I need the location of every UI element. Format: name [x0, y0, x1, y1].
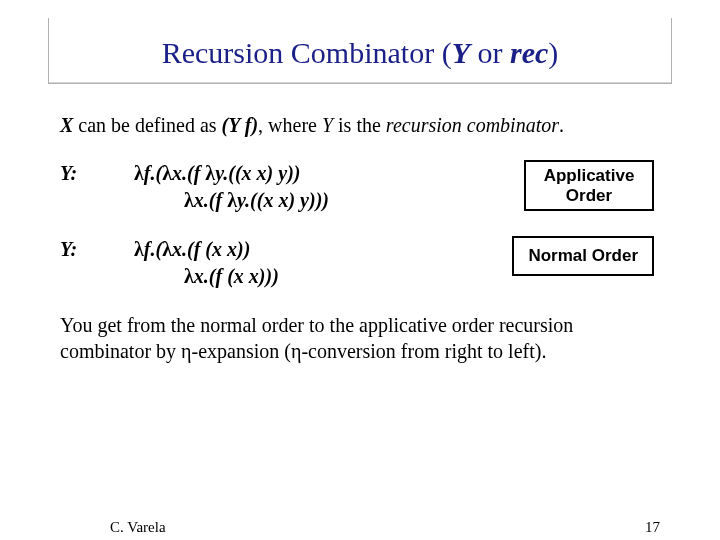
outro-text: You get from the normal order to the app…: [60, 312, 660, 364]
definition-normal: Y: λf.(λx.(f (x x)) λx.(f (x x))) Normal…: [60, 236, 660, 290]
title-post: ): [548, 36, 558, 69]
title-y: Y: [452, 36, 470, 69]
y-label-1: Y:: [60, 160, 134, 186]
box-applicative-l2: Order: [566, 186, 612, 205]
intro-line: X can be defined as (Y f), where Y is th…: [60, 112, 660, 138]
eta-icon: η: [181, 340, 191, 362]
formula-applicative-line2: λx.(f λy.((x x) y))): [134, 187, 512, 214]
lambda-icon: λ: [162, 162, 172, 184]
intro-t2: , where: [258, 114, 322, 136]
title-box: Recursion Combinator (Y or rec): [48, 18, 672, 84]
lambda-icon: λ: [134, 162, 144, 184]
f1b: x.(f: [172, 162, 205, 184]
lambda-icon: λ: [184, 189, 194, 211]
eta-icon: η: [291, 340, 301, 362]
slide: Recursion Combinator (Y or rec) X can be…: [0, 18, 720, 540]
f1a: f.(: [144, 162, 162, 184]
intro-yvar: Y: [322, 114, 333, 136]
definition-applicative: Y: λf.(λx.(f λy.((x x) y)) λx.(f λy.((x …: [60, 160, 660, 214]
outro-t2: -expansion (: [192, 340, 291, 362]
footer-page-number: 17: [645, 519, 660, 536]
y-label-2: Y:: [60, 236, 134, 262]
f2a: f.(: [144, 238, 162, 260]
lambda-icon: λ: [134, 238, 144, 260]
f1e: y.((x x) y))): [237, 189, 329, 211]
f1c: y.((x x) y)): [215, 162, 300, 184]
lambda-icon: λ: [162, 238, 172, 260]
box-normal-label: Normal Order: [528, 246, 638, 265]
lambda-icon: λ: [205, 162, 215, 184]
box-normal-order: Normal Order: [512, 236, 654, 276]
intro-period: .: [559, 114, 564, 136]
lambda-icon: λ: [227, 189, 237, 211]
intro-yf: (Y f): [222, 114, 258, 136]
f1d: x.(f: [194, 189, 227, 211]
box-applicative-order: Applicative Order: [524, 160, 654, 211]
lambda-icon: λ: [184, 265, 194, 287]
formula-applicative: λf.(λx.(f λy.((x x) y)) λx.(f λy.((x x) …: [134, 160, 512, 214]
formula-normal: λf.(λx.(f (x x)) λx.(f (x x))): [134, 236, 500, 290]
f2c: x.(f (x x))): [194, 265, 279, 287]
intro-t1: can be defined as: [73, 114, 221, 136]
intro-x: X: [60, 114, 73, 136]
title-pre: Recursion Combinator (: [162, 36, 452, 69]
slide-body: X can be defined as (Y f), where Y is th…: [0, 84, 720, 364]
outro-t3: -conversion from right to left).: [301, 340, 546, 362]
box-applicative-l1: Applicative: [544, 166, 635, 185]
f2b: x.(f (x x)): [172, 238, 250, 260]
title-mid: or: [470, 36, 510, 69]
slide-footer: C. Varela 17: [0, 519, 720, 536]
title-rec: rec: [510, 36, 548, 69]
footer-author: C. Varela: [110, 519, 166, 536]
formula-normal-line2: λx.(f (x x))): [134, 263, 500, 290]
intro-t3: is the: [333, 114, 386, 136]
slide-title: Recursion Combinator (Y or rec): [59, 36, 661, 69]
intro-rc: recursion combinator: [386, 114, 559, 136]
